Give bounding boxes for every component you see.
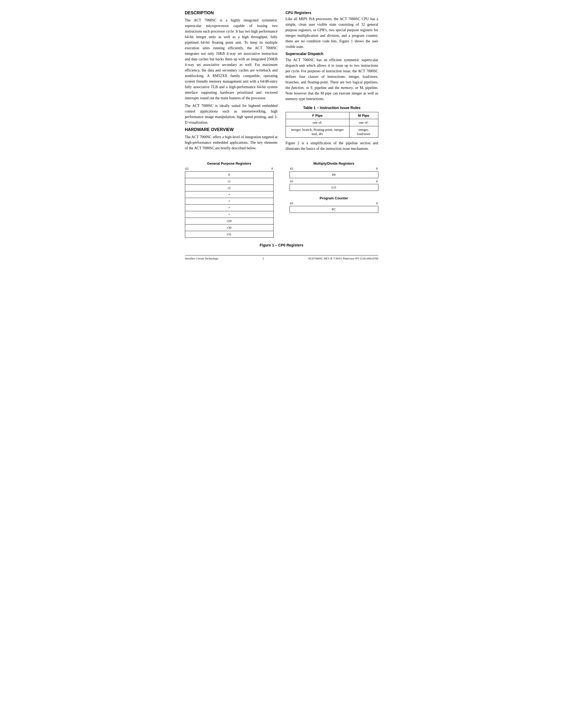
table-row: •: [185, 211, 273, 218]
right-registers: Multiply/Divide Registers 63 0 HI 63 0 L…: [290, 161, 378, 238]
table-row: one of: one of:: [286, 119, 378, 126]
gpr-row-0: 0: [185, 172, 273, 178]
cpu-registers-title: CPU Registers: [286, 11, 378, 15]
gpr-bit-high: 63: [185, 167, 189, 171]
gpr-row-r2: r2: [185, 185, 273, 191]
gpr-row-dot1: •: [185, 191, 273, 198]
table-header-fpipe: F Pipe: [286, 112, 349, 119]
pc-bit-labels: 63 0: [290, 201, 378, 205]
main-content: Description The ACT 7000SC is a highly i…: [185, 11, 378, 154]
cpu-registers-para: Like all MIPS ISA processors, the ACT 70…: [286, 16, 378, 50]
table-row: •: [185, 191, 273, 198]
gpr-row-r29: r29: [185, 218, 273, 224]
table-cell-fpipe-row2: integer, branch, floating-point, integer…: [286, 126, 349, 138]
table-row: •: [185, 205, 273, 211]
gpr-bit-low: 0: [271, 167, 273, 171]
page: Description The ACT 7000SC is a highly i…: [185, 11, 378, 260]
footer: Aeroflex Circuit Technology 2 SCD7000SC …: [185, 255, 378, 260]
table-row: r29: [185, 218, 273, 224]
figure-section: General Purpose Registers 63 0 0 r1 r2 •…: [185, 161, 378, 247]
lo-register: LO: [290, 184, 378, 191]
footer-center: 2: [262, 257, 264, 260]
gpr-row-r31: r31: [185, 231, 273, 238]
hardware-overview-title: Hardware Overview: [185, 127, 277, 132]
gpr-row-r30: r30: [185, 224, 273, 231]
description-title: Description: [185, 11, 277, 15]
lo-bit-low: 0: [376, 179, 378, 183]
pc-register: PC: [290, 206, 378, 213]
lo-bit-high: 63: [290, 179, 293, 183]
gpr-title: General Purpose Registers: [185, 161, 274, 165]
hardware-overview-para: The ACT 7000SC offers a high-level of in…: [185, 134, 277, 151]
program-counter-group: Program Counter 63 0 PC: [290, 196, 378, 213]
figure-caption: Figure 1 – CP0 Registers: [185, 243, 378, 247]
superscalar-dispatch-para: The ACT 7000SC has an efficient symmetri…: [286, 57, 378, 102]
table-row: 0: [185, 172, 273, 178]
table1-title: Table 1 – Instruction Issue Rules: [286, 106, 378, 110]
footer-left: Aeroflex Circuit Technology: [185, 257, 218, 260]
gpr-row-dot3: •: [185, 205, 273, 211]
right-column: CPU Registers Like all MIPS ISA processo…: [286, 11, 378, 154]
gpr-bit-labels: 63 0: [185, 167, 274, 171]
table-row: r30: [185, 224, 273, 231]
registers-row: General Purpose Registers 63 0 0 r1 r2 •…: [185, 161, 378, 238]
left-column: Description The ACT 7000SC is a highly i…: [185, 11, 277, 154]
gpr-table: 0 r1 r2 • • • • r29 r30 r31: [185, 171, 274, 238]
table-row: r1: [185, 178, 273, 185]
footer-right: SCD7000SC REV B 7/30/01 Plainview NY (51…: [308, 257, 378, 260]
hi-register: HI: [290, 171, 378, 178]
gpr-group: General Purpose Registers 63 0 0 r1 r2 •…: [185, 161, 274, 238]
program-counter-title: Program Counter: [290, 196, 378, 200]
table-row: r31: [185, 231, 273, 238]
pc-bit-low: 0: [376, 201, 378, 205]
description-para-1: The ACT 7000SC is a highly integrated sy…: [185, 17, 277, 101]
table-row: r2: [185, 185, 273, 191]
lo-bit-labels: 63 0: [290, 179, 378, 183]
table-header-mpipe: M Pipe: [349, 112, 378, 119]
description-para-2: The ACT 7000SC is ideally suited for hig…: [185, 103, 277, 125]
table-row: •: [185, 198, 273, 205]
table-cell-fpipe-row1: one of:: [286, 119, 349, 126]
figure2-para: Figure 2 is a simplification of the pipe…: [286, 140, 378, 151]
pc-bit-high: 63: [290, 201, 293, 205]
multiply-divide-title: Multiply/Divide Registers: [290, 161, 378, 165]
table-row: integer, branch, floating-point, integer…: [286, 126, 378, 138]
table-cell-mpipe-row1: one of:: [349, 119, 378, 126]
hi-bit-labels: 63 0: [290, 167, 378, 171]
gpr-row-dot4: •: [185, 211, 273, 218]
instruction-issue-table: F Pipe M Pipe one of: one of: integer, b…: [286, 112, 378, 138]
gpr-row-dot2: •: [185, 198, 273, 205]
gpr-row-r1: r1: [185, 178, 273, 185]
hi-bit-low: 0: [376, 167, 378, 171]
superscalar-dispatch-title: Superscalar Dispatch: [286, 52, 378, 56]
hi-bit-high: 63: [290, 167, 293, 171]
multiply-divide-group: Multiply/Divide Registers 63 0 HI 63 0 L…: [290, 161, 378, 191]
table-cell-mpipe-row2: integer, load/store: [349, 126, 378, 138]
